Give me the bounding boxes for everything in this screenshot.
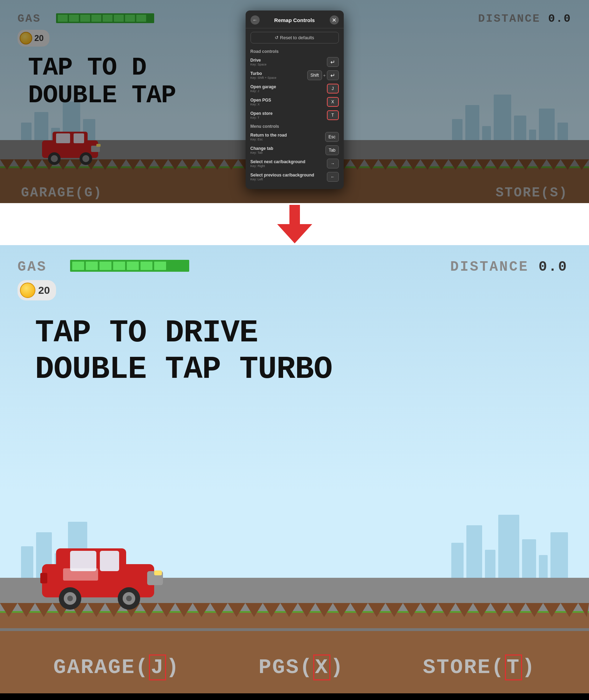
svg-rect-16 [63, 568, 98, 581]
drive-control-row: Drive Key: Space ↵ [246, 55, 344, 69]
open-store-key-btn[interactable]: T [327, 110, 339, 120]
svg-rect-15 [100, 551, 119, 571]
turbo-subtext: Key: Shift + Space [251, 76, 276, 79]
b-gas-bar [70, 260, 189, 272]
next-car-subtext: Key: Right [251, 164, 306, 168]
change-tab-subtext: Key: Tab [251, 151, 273, 154]
b-ground-brown [0, 613, 589, 693]
footer-pgs-label: PGS(X) [259, 656, 344, 679]
open-garage-subtext: Key: J [251, 89, 276, 93]
turbo-control-row: Turbo Key: Shift + Space Shift + ↵ [246, 69, 344, 82]
b-coin-icon [20, 283, 35, 298]
b-gas-seg-5 [127, 262, 139, 270]
return-road-control-row: Return to the road Key: Esc Esc [246, 130, 344, 144]
return-road-subtext: Key: Esc [251, 138, 287, 141]
open-store-subtext: Key: T [251, 116, 273, 119]
svg-rect-18 [40, 573, 47, 583]
menu-controls-section: Menu controls [246, 122, 344, 130]
open-store-control-row: Open store Key: T T [246, 109, 344, 122]
b-car [35, 540, 168, 611]
return-road-key-btn[interactable]: Esc [325, 132, 338, 142]
footer-garage-key: J [149, 654, 166, 680]
b-distance-label: DISTANCE 0.0 [450, 259, 568, 275]
turbo-key-row: Shift + ↵ [307, 70, 339, 80]
svg-point-21 [67, 596, 73, 601]
road-center-lines [0, 628, 589, 631]
open-garage-label: Open garage [251, 84, 276, 89]
footer-garage-label: GARAGE(J) [53, 656, 180, 679]
footer-store-key: T [505, 654, 522, 680]
bottom-skyline-right [451, 515, 568, 578]
next-car-control-row: Select next car/background Key: Right → [246, 157, 344, 170]
drive-label: Drive [251, 58, 267, 63]
prev-car-control-row: Select previous car/background Key: Left… [246, 170, 344, 183]
footer-store-label: STORE(T) [423, 656, 536, 679]
next-car-label: Select next car/background [251, 159, 306, 164]
modal-close-button[interactable]: ✕ [330, 15, 339, 25]
b-gas-seg-3 [100, 262, 111, 270]
open-garage-control-row: Open garage Key: J J [246, 82, 344, 95]
svg-rect-14 [70, 551, 96, 571]
plus-sign: + [323, 73, 326, 78]
turbo-label: Turbo [251, 71, 276, 76]
change-tab-key-btn[interactable]: Tab [326, 145, 338, 155]
b-car-svg [35, 540, 168, 610]
top-game-panel: GAS DISTANCE 0.0 20 TAP TO D DOUBLE TAP [0, 0, 589, 203]
bottom-game-panel: GAS DISTANCE 0.0 20 TAP TO DRIVE DOUBLE … [0, 245, 589, 693]
b-tap-to-drive-text: TAP TO DRIVE DOUBLE TAP TURBO [35, 315, 332, 388]
svg-marker-11 [277, 224, 312, 243]
open-pgs-control-row: Open PGS Key: X X [246, 95, 344, 109]
b-gas-seg-4 [113, 262, 125, 270]
next-car-key-btn[interactable]: → [327, 159, 339, 168]
modal-back-button[interactable]: ← [251, 15, 260, 25]
svg-rect-25 [154, 570, 162, 575]
open-store-label: Open store [251, 111, 273, 116]
drive-key-btn[interactable]: ↵ [327, 57, 339, 67]
drive-subtext: Key: Space [251, 63, 267, 66]
b-gas-seg-2 [86, 262, 98, 270]
open-garage-key-btn[interactable]: J [327, 84, 339, 93]
footer-labels: GARAGE(J) PGS(X) STORE(T) [0, 656, 589, 679]
b-gas-label: GAS [18, 259, 47, 275]
b-coin-badge: 20 [18, 280, 56, 300]
reset-to-defaults-button[interactable]: Reset to defaults [251, 32, 339, 43]
modal-header: ← Remap Controls ✕ [246, 11, 344, 28]
modal-overlay: ← Remap Controls ✕ Reset to defaults Roa… [0, 0, 589, 203]
open-pgs-label: Open PGS [251, 98, 271, 103]
arrow-section [0, 203, 589, 245]
prev-car-subtext: Key: Left [251, 178, 314, 181]
footer-pgs-key: X [313, 654, 330, 680]
b-gas-seg-6 [141, 262, 152, 270]
b-gas-seg-7 [154, 262, 166, 270]
turbo-shift-btn[interactable]: Shift [307, 70, 322, 80]
prev-car-label: Select previous car/background [251, 173, 314, 178]
b-gas-seg-1 [72, 262, 84, 270]
open-pgs-key-btn[interactable]: X [327, 97, 339, 107]
modal-title: Remap Controls [260, 17, 330, 23]
svg-point-24 [126, 596, 132, 601]
turbo-space-btn[interactable]: ↵ [327, 70, 339, 80]
change-tab-label: Change tab [251, 146, 273, 151]
open-pgs-subtext: Key: X [251, 103, 271, 106]
down-arrow [277, 205, 312, 243]
road-controls-section: Road controls [246, 47, 344, 55]
prev-car-key-btn[interactable]: ← [327, 172, 339, 182]
remap-controls-modal[interactable]: ← Remap Controls ✕ Reset to defaults Roa… [246, 11, 344, 189]
return-road-label: Return to the road [251, 133, 287, 138]
change-tab-control-row: Change tab Key: Tab Tab [246, 144, 344, 157]
b-coin-count: 20 [38, 284, 50, 296]
